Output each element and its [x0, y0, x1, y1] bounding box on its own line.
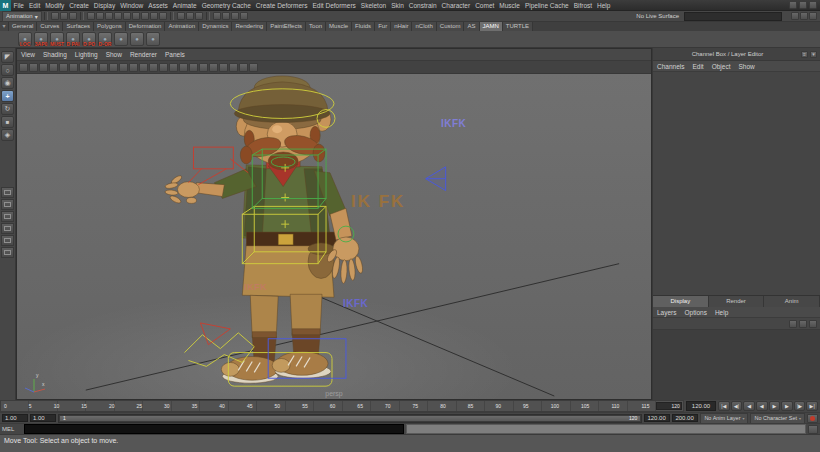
- current-time-field[interactable]: 120.00: [686, 401, 716, 411]
- layout-button[interactable]: [1, 187, 14, 198]
- panel-toolbar-icon[interactable]: [119, 63, 128, 72]
- menu-item[interactable]: Muscle: [497, 2, 523, 9]
- channel-box-menu-item[interactable]: Show: [734, 63, 758, 70]
- layout-button[interactable]: [1, 199, 14, 210]
- menu-item[interactable]: Geometry Cache: [199, 2, 253, 9]
- panel-toolbar-icon[interactable]: [19, 63, 28, 72]
- menu-item[interactable]: Character: [439, 2, 473, 9]
- menubar-icon[interactable]: [799, 1, 807, 9]
- status-icon[interactable]: [222, 12, 230, 20]
- shelf-tab[interactable]: Deformation: [126, 22, 166, 31]
- transport-button[interactable]: [781, 401, 793, 411]
- menu-item[interactable]: File: [11, 2, 26, 9]
- menubar-icon[interactable]: [809, 1, 817, 9]
- menu-item[interactable]: Assets: [146, 2, 171, 9]
- shelf-item[interactable]: LOC: [18, 32, 32, 46]
- status-icon[interactable]: [132, 12, 140, 20]
- shelf-tab[interactable]: JAMN: [480, 22, 503, 31]
- layout-button[interactable]: [1, 223, 14, 234]
- status-icon[interactable]: [87, 12, 95, 20]
- status-icon[interactable]: [69, 12, 77, 20]
- tool-button[interactable]: [1, 51, 14, 63]
- shelf-tab[interactable]: General: [9, 22, 37, 31]
- status-icon[interactable]: [809, 12, 817, 20]
- status-icon[interactable]: [195, 12, 203, 20]
- transport-button[interactable]: [743, 401, 755, 411]
- panel-toolbar-icon[interactable]: [199, 63, 208, 72]
- menu-item[interactable]: Animate: [170, 2, 199, 9]
- layer-editor-tab[interactable]: Display: [653, 296, 709, 307]
- shelf-tab[interactable]: Fluids: [352, 22, 375, 31]
- panel-toolbar-icon[interactable]: [149, 63, 158, 72]
- menu-item[interactable]: Edit Deformers: [310, 2, 358, 9]
- transport-button[interactable]: [806, 401, 818, 411]
- menu-item[interactable]: Edit: [26, 2, 42, 9]
- panel-toolbar-icon[interactable]: [39, 63, 48, 72]
- panel-toolbar-icon[interactable]: [59, 63, 68, 72]
- shelf-tab[interactable]: Dynamics: [199, 22, 232, 31]
- transport-button[interactable]: [756, 401, 768, 411]
- animation-start-field[interactable]: 1.00: [2, 414, 28, 422]
- panel-toolbar-icon[interactable]: [49, 63, 58, 72]
- panel-menu-item[interactable]: Shading: [39, 51, 71, 58]
- layer-toolbar-icon[interactable]: [799, 320, 807, 328]
- character-set-selector[interactable]: No Character Set: [750, 413, 805, 424]
- shelf-tab[interactable]: Muscle: [326, 22, 352, 31]
- animation-end-field[interactable]: 200.00: [672, 414, 698, 422]
- shelf-tab[interactable]: Polygons: [94, 22, 126, 31]
- script-editor-icon[interactable]: [808, 425, 818, 434]
- tool-button[interactable]: [1, 64, 14, 76]
- layout-button[interactable]: [1, 235, 14, 246]
- tool-button[interactable]: [1, 129, 14, 141]
- timeline-ruler[interactable]: 0510152025303540455055606570758085909510…: [0, 400, 684, 412]
- layer-editor-menu-item[interactable]: Layers: [653, 309, 681, 316]
- playback-start-field[interactable]: 1.00: [30, 414, 56, 422]
- layer-toolbar-icon[interactable]: [789, 320, 797, 328]
- panel-menu-icon[interactable]: ≡: [801, 51, 808, 58]
- layer-toolbar-icon[interactable]: [809, 320, 817, 328]
- viewport-3d[interactable]: IKFKIK FKIKFKIKFK persp y x: [17, 74, 651, 399]
- channel-box-body[interactable]: [653, 72, 820, 295]
- tool-button[interactable]: [1, 90, 14, 102]
- shelf-tab[interactable]: PaintEffects: [267, 22, 306, 31]
- panel-toolbar-icon[interactable]: [209, 63, 218, 72]
- menu-item[interactable]: Help: [595, 2, 613, 9]
- status-icon[interactable]: [60, 12, 68, 20]
- menu-set-selector[interactable]: Animation ▾: [2, 11, 42, 22]
- layer-editor-menu-item[interactable]: Help: [711, 309, 732, 316]
- panel-toolbar-icon[interactable]: [109, 63, 118, 72]
- panel-toolbar-icon[interactable]: [139, 63, 148, 72]
- shelf-tab[interactable]: TURTLE: [503, 22, 533, 31]
- status-icon[interactable]: [177, 12, 185, 20]
- panel-toolbar-icon[interactable]: [169, 63, 178, 72]
- chevron-down-icon[interactable]: ▾: [810, 51, 817, 58]
- menu-item[interactable]: Pipeline Cache: [522, 2, 571, 9]
- status-icon[interactable]: [213, 12, 221, 20]
- menu-item[interactable]: Window: [118, 2, 146, 9]
- shelf-item[interactable]: D-OR: [98, 32, 112, 46]
- status-icon[interactable]: [800, 12, 808, 20]
- anim-layer-selector[interactable]: No Anim Layer: [700, 413, 748, 424]
- panel-menu-item[interactable]: Panels: [161, 51, 189, 58]
- menu-item[interactable]: Constrain: [406, 2, 439, 9]
- shelf-item[interactable]: [130, 32, 144, 46]
- panel-menu-item[interactable]: Renderer: [126, 51, 161, 58]
- panel-menu-item[interactable]: View: [17, 51, 39, 58]
- panel-toolbar-icon[interactable]: [219, 63, 228, 72]
- range-slider-bar[interactable]: 1 120: [60, 416, 640, 421]
- panel-menu-item[interactable]: Lighting: [71, 51, 102, 58]
- menu-item[interactable]: Create: [67, 2, 92, 9]
- shelf-item[interactable]: [146, 32, 160, 46]
- shelf-item[interactable]: [114, 32, 128, 46]
- channel-box-menu-item[interactable]: Object: [708, 63, 735, 70]
- panel-toolbar-icon[interactable]: [29, 63, 38, 72]
- menu-item[interactable]: Comet: [473, 2, 497, 9]
- panel-toolbar-icon[interactable]: [239, 63, 248, 72]
- tool-button[interactable]: [1, 116, 14, 128]
- panel-toolbar-icon[interactable]: [159, 63, 168, 72]
- auto-keyframe-toggle[interactable]: [807, 414, 818, 423]
- menu-item[interactable]: Bifrost: [571, 2, 594, 9]
- menu-item[interactable]: Skin: [389, 2, 407, 9]
- menu-item[interactable]: Create Deformers: [253, 2, 310, 9]
- panel-toolbar-icon[interactable]: [249, 63, 258, 72]
